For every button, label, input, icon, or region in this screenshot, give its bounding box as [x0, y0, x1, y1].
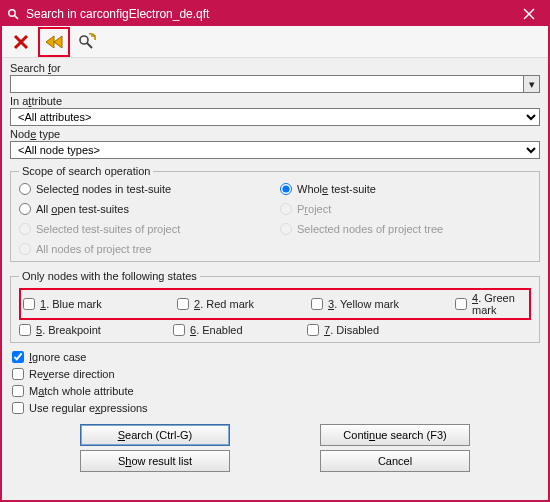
- scope-open-suites[interactable]: All open test-suites: [19, 203, 270, 215]
- in-attribute-label: In attribute: [10, 95, 540, 107]
- svg-point-8: [80, 36, 88, 44]
- chevron-down-icon: ▾: [529, 78, 535, 91]
- rewind-icon[interactable]: [41, 29, 67, 55]
- highlighted-states-row: 1. Blue mark 2. Red mark 3. Yellow mark …: [19, 288, 531, 320]
- svg-marker-7: [54, 36, 62, 48]
- continue-search-button[interactable]: Continue search (F3): [320, 424, 470, 446]
- find-replace-icon[interactable]: [74, 29, 100, 55]
- titlebar: Search in carconfigElectron_de.qft: [2, 2, 548, 26]
- opt-reverse-direction[interactable]: Reverse direction: [12, 368, 540, 380]
- svg-line-1: [15, 16, 19, 20]
- svg-marker-6: [46, 36, 54, 48]
- scope-selected-nodes-tree: Selected nodes of project tree: [280, 223, 531, 235]
- app-icon: [6, 7, 20, 21]
- state-disabled[interactable]: 7. Disabled: [307, 324, 447, 336]
- cancel-icon[interactable]: [8, 29, 34, 55]
- state-green-mark[interactable]: 4. Green mark: [455, 292, 527, 316]
- window-close-button[interactable]: [514, 4, 544, 24]
- highlighted-toolbar-item: [38, 27, 70, 57]
- opt-ignore-case[interactable]: Ignore case: [12, 351, 540, 363]
- states-fieldset: Only nodes with the following states 1. …: [10, 270, 540, 343]
- dialog-content: Search for ▾ In attribute <All attribute…: [2, 58, 548, 500]
- state-red-mark[interactable]: 2. Red mark: [177, 292, 307, 316]
- in-attribute-select[interactable]: <All attributes>: [10, 108, 540, 126]
- opt-regex[interactable]: Use regular expressions: [12, 402, 540, 414]
- scope-all-nodes-tree: All nodes of project tree: [19, 243, 270, 255]
- state-enabled[interactable]: 6. Enabled: [173, 324, 303, 336]
- svg-line-9: [87, 43, 92, 48]
- search-for-dropdown[interactable]: ▾: [524, 75, 540, 93]
- state-yellow-mark[interactable]: 3. Yellow mark: [311, 292, 451, 316]
- options-group: Ignore case Reverse direction Match whol…: [12, 351, 540, 414]
- node-type-label: Node type: [10, 128, 540, 140]
- scope-project: Project: [280, 203, 531, 215]
- button-row: Search (Ctrl-G) Show result list Continu…: [10, 424, 540, 472]
- svg-point-0: [9, 10, 15, 16]
- toolbar: [2, 26, 548, 58]
- search-button[interactable]: Search (Ctrl-G): [80, 424, 230, 446]
- search-for-label: Search for: [10, 62, 540, 74]
- states-legend: Only nodes with the following states: [19, 270, 200, 282]
- scope-selected-nodes[interactable]: Selected nodes in test-suite: [19, 183, 270, 195]
- scope-legend: Scope of search operation: [19, 165, 153, 177]
- search-for-input[interactable]: [10, 75, 524, 93]
- show-result-button[interactable]: Show result list: [80, 450, 230, 472]
- dialog-window: Search in carconfigElectron_de.qft: [0, 0, 550, 502]
- state-breakpoint[interactable]: 5. Breakpoint: [19, 324, 169, 336]
- scope-fieldset: Scope of search operation Selected nodes…: [10, 165, 540, 262]
- opt-match-whole[interactable]: Match whole attribute: [12, 385, 540, 397]
- scope-whole-suite[interactable]: Whole test-suite: [280, 183, 531, 195]
- window-title: Search in carconfigElectron_de.qft: [26, 7, 514, 21]
- state-blue-mark[interactable]: 1. Blue mark: [23, 292, 173, 316]
- scope-selected-suites-project: Selected test-suites of project: [19, 223, 270, 235]
- node-type-select[interactable]: <All node types>: [10, 141, 540, 159]
- cancel-button[interactable]: Cancel: [320, 450, 470, 472]
